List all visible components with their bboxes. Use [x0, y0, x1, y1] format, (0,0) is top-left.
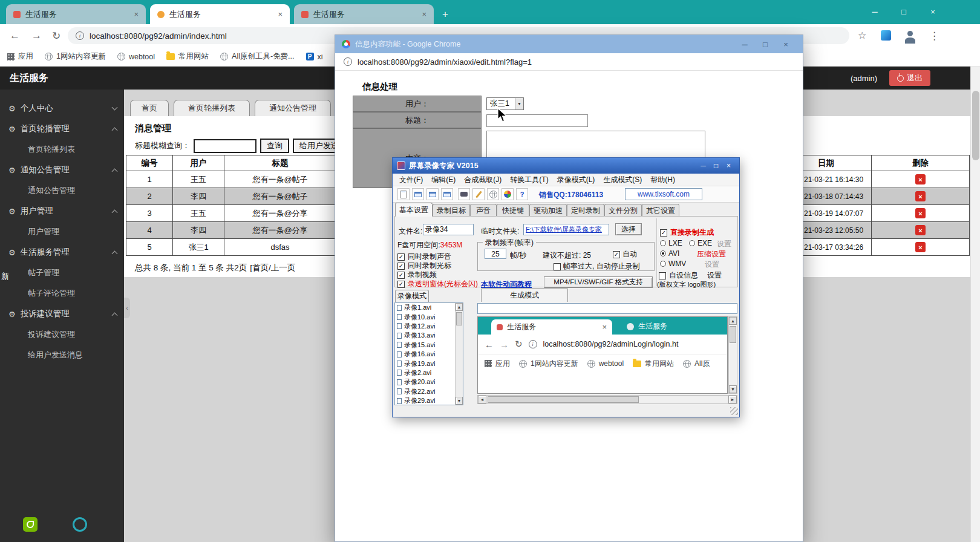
- list-item[interactable]: 录像2.avi: [395, 368, 463, 377]
- list-item[interactable]: 录像29.avi: [395, 396, 463, 405]
- browser-tab-1[interactable]: 生活服务 ×: [6, 4, 146, 24]
- taskbar-teal-icon[interactable]: [73, 517, 87, 532]
- minimize-button[interactable]: ─: [697, 160, 710, 171]
- scrollbar-thumb[interactable]: [488, 396, 639, 403]
- sidebar-item-notice[interactable]: 通知公告管理: [0, 180, 124, 201]
- list-scrollbar[interactable]: ▲ ▼: [455, 303, 463, 405]
- formats-button[interactable]: MP4/FLV/SWF/GIF 格式支持: [544, 276, 653, 288]
- bookmark-item[interactable]: All原创工具-免费...: [220, 51, 294, 62]
- popup-address-bar[interactable]: i localhost:8080/pg92/admin/xiaoxi/edit.…: [335, 53, 803, 71]
- temp-folder-field[interactable]: F:\下载软件\屏幕录像专家: [523, 224, 609, 235]
- tab-acceleration[interactable]: 驱动加速: [529, 204, 567, 217]
- back-icon[interactable]: ←: [10, 30, 20, 42]
- close-window-button[interactable]: ×: [920, 0, 946, 23]
- menu-capture[interactable]: 合成截取(J): [460, 175, 506, 185]
- info-icon[interactable]: i: [76, 31, 84, 40]
- list-item[interactable]: 录像20.avi: [395, 377, 463, 387]
- scroll-right-icon[interactable]: ►: [728, 396, 737, 403]
- page-scrollbar[interactable]: [970, 67, 980, 542]
- search-button[interactable]: 查询: [260, 139, 289, 153]
- tab-other[interactable]: 其它设置: [642, 204, 679, 217]
- resize-grip[interactable]: [730, 407, 738, 415]
- scrollbar-thumb[interactable]: [730, 326, 736, 343]
- delete-icon[interactable]: ×: [915, 208, 926, 218]
- close-tab-icon[interactable]: ×: [422, 10, 426, 18]
- preview-title-field[interactable]: [477, 303, 737, 314]
- bookmark-item[interactable]: 常用网站: [166, 51, 209, 62]
- browser-tab-2-active[interactable]: 生活服务 ×: [150, 4, 290, 24]
- record-window-icon[interactable]: [412, 188, 424, 200]
- info-icon[interactable]: i: [344, 57, 352, 66]
- browser-tab-3[interactable]: 生活服务 ×: [294, 4, 434, 24]
- sidebar-group-users[interactable]: ⚙用户管理: [0, 201, 124, 221]
- sidebar-item-post-comments[interactable]: 帖子评论管理: [0, 283, 124, 304]
- format-exe-radio[interactable]: EXE: [689, 239, 712, 247]
- close-button[interactable]: ×: [776, 35, 796, 53]
- bookmark-item[interactable]: webtool: [117, 53, 155, 61]
- list-item[interactable]: 录像22.avi: [395, 387, 463, 396]
- sidebar-item-complaints[interactable]: 投诉建议管理: [0, 324, 124, 345]
- preview-horizontal-scrollbar[interactable]: ◄ ►: [477, 395, 737, 404]
- palette-icon[interactable]: [501, 188, 514, 200]
- minimize-window-button[interactable]: ─: [861, 0, 888, 23]
- mode-tab-generate[interactable]: 生成模式: [481, 288, 568, 302]
- menu-edit[interactable]: 编辑(E): [427, 175, 460, 185]
- logout-button[interactable]: 退出: [889, 70, 930, 86]
- help-icon[interactable]: ?: [516, 188, 528, 200]
- sidebar-collapse-handle[interactable]: ‹: [124, 298, 130, 318]
- overrate-checkbox[interactable]: 帧率过大, 自动停止录制: [554, 261, 640, 272]
- format-avi-radio[interactable]: AVI: [660, 249, 679, 258]
- sidebar-group-personal-center[interactable]: ⚙个人中心: [0, 98, 124, 119]
- refresh-icon[interactable]: ↻: [52, 30, 60, 42]
- maximize-button[interactable]: □: [755, 35, 776, 53]
- bookmark-item[interactable]: Pxi: [306, 53, 323, 61]
- close-tab-icon[interactable]: ×: [134, 10, 139, 18]
- sidebar-item-send-message[interactable]: 给用户发送消息: [0, 345, 124, 365]
- preview-vertical-scrollbar[interactable]: ▲ ▼: [728, 316, 737, 394]
- recording-file-list[interactable]: 录像1.avi 录像10.avi 录像12.avi 录像13.avi 录像15.…: [394, 302, 463, 405]
- record-region-icon[interactable]: [426, 188, 439, 200]
- popup-titlebar[interactable]: 信息内容功能 - Google Chrome ─ □ ×: [335, 35, 803, 53]
- direct-record-checkbox[interactable]: ✓直接录制生成: [660, 227, 714, 238]
- list-item[interactable]: 录像13.avi: [395, 331, 463, 340]
- tab-record-target[interactable]: 录制目标: [433, 204, 470, 217]
- tab-sound[interactable]: 声音: [470, 204, 497, 217]
- sidebar-group-carousel[interactable]: ⚙首页轮播管理: [0, 119, 124, 139]
- bookmark-item[interactable]: 1网站内容更新: [45, 51, 106, 62]
- list-item[interactable]: 录像19.avi: [395, 359, 463, 368]
- filename-input[interactable]: 录像34: [423, 224, 474, 235]
- list-item[interactable]: 录像15.avi: [395, 341, 463, 350]
- format-wmv-radio[interactable]: WMV: [660, 260, 686, 268]
- maximize-window-button[interactable]: □: [890, 0, 917, 23]
- menu-file[interactable]: 文件(F): [395, 175, 427, 185]
- camera-icon[interactable]: [458, 188, 470, 200]
- custom-info-checkbox[interactable]: 自设信息: [659, 270, 698, 281]
- delete-icon[interactable]: ×: [915, 174, 926, 184]
- sidebar-group-complaints[interactable]: ⚙投诉建议管理: [0, 304, 124, 324]
- tab-scheduled[interactable]: 定时录制: [567, 204, 604, 217]
- menu-record-mode[interactable]: 录像模式(L): [553, 175, 599, 185]
- sidebar-item-posts[interactable]: 帖子管理: [0, 263, 124, 283]
- list-item[interactable]: 录像1.avi: [395, 303, 463, 312]
- format-lxe-radio[interactable]: LXE: [660, 239, 682, 247]
- maximize-button[interactable]: □: [710, 160, 722, 171]
- delete-icon[interactable]: ×: [915, 242, 926, 252]
- scroll-left-icon[interactable]: ◄: [478, 396, 486, 403]
- search-input[interactable]: [194, 139, 256, 153]
- scroll-up-icon[interactable]: ▲: [729, 317, 737, 325]
- list-item[interactable]: 录像16.avi: [395, 350, 463, 359]
- recorder-titlebar[interactable]: 屏幕录像专家 V2015 ─ □ ×: [393, 158, 739, 174]
- sidebar-group-notice[interactable]: ⚙通知公告管理: [0, 160, 124, 180]
- menu-tools[interactable]: 转换工具(T): [506, 175, 552, 185]
- sidebar-item-users[interactable]: 用户管理: [0, 221, 124, 242]
- minimize-button[interactable]: ─: [734, 35, 755, 53]
- record-transparent-checkbox[interactable]: ✓录透明窗体(光标会闪): [397, 279, 478, 289]
- record-fullscreen-icon[interactable]: [441, 188, 453, 200]
- close-button[interactable]: ×: [722, 160, 735, 171]
- website-link[interactable]: www.tlxsoft.com: [625, 188, 702, 200]
- globe-icon[interactable]: [487, 188, 499, 200]
- content-tab-home[interactable]: 首页: [130, 100, 169, 116]
- scroll-up-icon[interactable]: ▲: [456, 303, 463, 311]
- list-item[interactable]: 录像12.avi: [395, 322, 463, 331]
- content-tab-carousel-list[interactable]: 首页轮播列表: [174, 100, 250, 116]
